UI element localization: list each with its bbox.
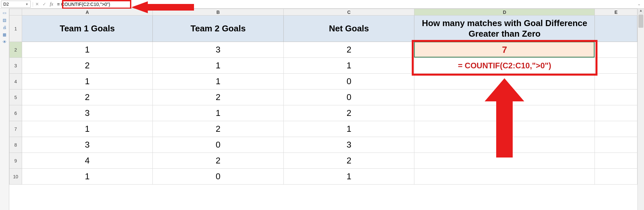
column-header-B[interactable]: B xyxy=(153,9,284,16)
cell-B8[interactable]: 0 xyxy=(153,137,284,153)
row-header-10[interactable]: 10 xyxy=(10,169,22,185)
left-rail: ▭ ▤ 🖨 ▦ 👁 xyxy=(0,9,9,210)
cell-D3[interactable]: = COUNTIF(C2:C10,">0") xyxy=(414,58,595,74)
formula-input[interactable]: = COUNTIF(C2:C10,">0") xyxy=(55,1,112,8)
cell-B3[interactable]: 1 xyxy=(153,58,284,74)
row-header-5[interactable]: 5 xyxy=(10,89,22,105)
row-header-9[interactable]: 9 xyxy=(10,153,22,169)
cell-C6[interactable]: 2 xyxy=(283,105,414,121)
chevron-down-icon[interactable]: ▼ xyxy=(25,3,28,6)
cell-D2[interactable]: 7 xyxy=(414,42,595,58)
cell-D5[interactable] xyxy=(414,89,595,105)
cell-E8[interactable] xyxy=(595,137,637,153)
cell-C7[interactable]: 1 xyxy=(283,121,414,137)
cell-C8[interactable]: 3 xyxy=(283,137,414,153)
rail-icon[interactable]: ▦ xyxy=(2,32,8,37)
cell-B9[interactable]: 2 xyxy=(153,153,284,169)
cell-D7[interactable] xyxy=(414,121,595,137)
cell-B7[interactable]: 2 xyxy=(153,121,284,137)
formula-bar: D2 ▼ ⋮ ✕ ✓ fx = COUNTIF(C2:C10,">0") ⌄ xyxy=(0,0,644,9)
cell-E5[interactable] xyxy=(595,89,637,105)
cell-B10[interactable]: 0 xyxy=(153,169,284,185)
rail-icon[interactable]: 👁 xyxy=(2,40,8,44)
cell-E4[interactable] xyxy=(595,74,637,89)
row-header-2[interactable]: 2 xyxy=(10,42,22,58)
row-header-3[interactable]: 3 xyxy=(10,58,22,74)
column-header-C[interactable]: C xyxy=(283,9,414,16)
rail-icon[interactable]: ▤ xyxy=(2,18,8,22)
cell-D10[interactable] xyxy=(414,169,595,185)
cell-A7[interactable]: 1 xyxy=(22,121,153,137)
cell-E3[interactable] xyxy=(595,58,637,74)
cell-A9[interactable]: 4 xyxy=(22,153,153,169)
cell-B4[interactable]: 1 xyxy=(153,74,284,89)
cell-E7[interactable] xyxy=(595,121,637,137)
cell-C5[interactable]: 0 xyxy=(283,89,414,105)
cell-A3[interactable]: 2 xyxy=(22,58,153,74)
name-box-value: D2 xyxy=(3,2,9,7)
cell-E10[interactable] xyxy=(595,169,637,185)
row-header-1[interactable]: 1 xyxy=(10,16,22,42)
cell-C1[interactable]: Net Goals xyxy=(283,16,414,42)
cell-A2[interactable]: 1 xyxy=(22,42,153,58)
cell-E2[interactable] xyxy=(595,42,637,58)
cell-A5[interactable]: 2 xyxy=(22,89,153,105)
cell-D8[interactable] xyxy=(414,137,595,153)
cell-B2[interactable]: 3 xyxy=(153,42,284,58)
fx-icon[interactable]: fx xyxy=(48,2,55,7)
spreadsheet-grid[interactable]: ABCDE1Team 1 GoalsTeam 2 GoalsNet GoalsH… xyxy=(9,9,637,210)
separator: ⋮ xyxy=(31,2,33,7)
scroll-thumb[interactable] xyxy=(638,15,643,28)
rail-icon[interactable]: 🖨 xyxy=(2,25,8,30)
scroll-up-icon[interactable]: ▲ xyxy=(638,9,644,14)
row-header-6[interactable]: 6 xyxy=(10,105,22,121)
cell-D6[interactable] xyxy=(414,105,595,121)
cell-B5[interactable]: 2 xyxy=(153,89,284,105)
vertical-scrollbar[interactable]: ▲ xyxy=(637,9,644,210)
cell-A6[interactable]: 3 xyxy=(22,105,153,121)
cell-A4[interactable]: 1 xyxy=(22,74,153,89)
cell-D1[interactable]: How many matches with Goal Difference Gr… xyxy=(414,16,595,42)
cell-A1[interactable]: Team 1 Goals xyxy=(22,16,153,42)
cell-C9[interactable]: 2 xyxy=(283,153,414,169)
name-box[interactable]: D2 ▼ xyxy=(1,1,31,8)
cell-E9[interactable] xyxy=(595,153,637,169)
cell-A8[interactable]: 3 xyxy=(22,137,153,153)
cell-B1[interactable]: Team 2 Goals xyxy=(153,16,284,42)
row-header-4[interactable]: 4 xyxy=(10,74,22,89)
cell-D4[interactable] xyxy=(414,74,595,89)
cell-E1[interactable] xyxy=(595,16,637,42)
cell-C2[interactable]: 2 xyxy=(283,42,414,58)
select-all-corner[interactable] xyxy=(10,9,22,16)
cell-C4[interactable]: 0 xyxy=(283,74,414,89)
cell-E6[interactable] xyxy=(595,105,637,121)
cell-B6[interactable]: 1 xyxy=(153,105,284,121)
column-header-D[interactable]: D xyxy=(414,9,595,16)
rail-icon[interactable]: ▭ xyxy=(2,11,8,15)
cell-A10[interactable]: 1 xyxy=(22,169,153,185)
cell-D9[interactable] xyxy=(414,153,595,169)
column-header-E[interactable]: E xyxy=(595,9,637,16)
column-header-A[interactable]: A xyxy=(22,9,153,16)
cell-C3[interactable]: 1 xyxy=(283,58,414,74)
cancel-icon[interactable]: ✕ xyxy=(33,1,41,8)
row-header-7[interactable]: 7 xyxy=(10,121,22,137)
expand-formula-icon[interactable]: ⌄ xyxy=(637,2,641,6)
row-header-8[interactable]: 8 xyxy=(10,137,22,153)
enter-icon[interactable]: ✓ xyxy=(41,1,48,8)
cell-C10[interactable]: 1 xyxy=(283,169,414,185)
